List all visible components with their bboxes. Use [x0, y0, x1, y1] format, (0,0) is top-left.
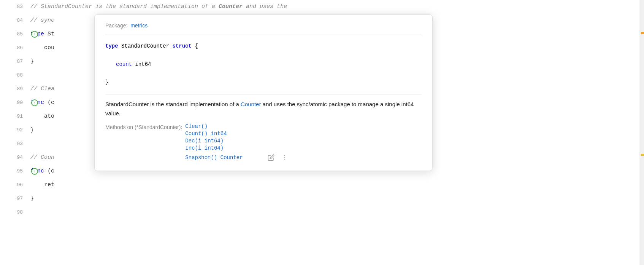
more-icon [281, 154, 288, 161]
svg-point-1 [284, 157, 285, 158]
line-content-94: // Coun [30, 151, 54, 164]
popup-code-line-2: count int64 [105, 60, 422, 69]
line-content-91: ato [30, 110, 54, 123]
popup-more-icon-btn[interactable] [279, 152, 290, 163]
gutter-arrow-95: ↑ [34, 170, 36, 173]
scrollbar-marker-2 [641, 154, 644, 156]
popup-method-clear[interactable]: Clear() [185, 123, 290, 129]
line-number-85: 85 [0, 27, 30, 41]
line-content-83: // StandardCounter is the standard imple… [30, 0, 287, 14]
popup-package-line: Package: metrics [105, 22, 422, 29]
line-number-84: 84 [0, 14, 30, 27]
gutter-icon-85[interactable]: ↑ [31, 31, 38, 38]
popup-divider-2 [105, 94, 422, 94]
line-number-94: 94 [0, 151, 30, 164]
scrollbar-marker-1 [641, 32, 644, 34]
popup-counter-link[interactable]: Counter [241, 101, 261, 107]
code-line-83: 83 // StandardCounter is the standard im… [0, 0, 644, 14]
popup-brace-open: { [195, 43, 198, 49]
popup-keyword-struct: struct [172, 43, 191, 49]
documentation-popup: Package: metrics type StandardCounter st… [94, 14, 433, 171]
popup-methods-list: Clear() Count() int64 Dec(i int64) Inc(i… [185, 123, 290, 163]
popup-description: StandardCounter is the standard implemen… [105, 100, 422, 118]
scrollbar-track[interactable] [639, 0, 644, 265]
gutter-arrow-85: ↑ [34, 33, 36, 36]
popup-divider-1 [105, 35, 422, 35]
line-number-95: 95 [0, 164, 30, 178]
popup-code-line-3: } [105, 78, 422, 87]
line-number-98: 98 [0, 206, 30, 219]
gutter-icon-90[interactable]: ↑ [31, 99, 38, 106]
line-content-89: // Clea [30, 82, 54, 96]
line-number-86: 86 [0, 41, 30, 55]
line-number-97: 97 [0, 192, 30, 206]
line-content-87: } [30, 55, 34, 69]
code-line-98: 98 [0, 206, 644, 219]
popup-method-count[interactable]: Count() int64 [185, 131, 290, 137]
line-number-90: 90 [0, 96, 30, 110]
popup-keyword-type: type [105, 43, 118, 49]
line-content-96: ret [30, 178, 54, 192]
popup-package-link[interactable]: metrics [130, 22, 148, 29]
popup-method-snapshot-return: Counter [220, 155, 243, 161]
line-number-83: 83 [0, 0, 30, 14]
popup-type-name: StandardCounter [121, 43, 172, 49]
popup-code-block: type StandardCounter struct { count int6… [105, 40, 422, 89]
popup-method-snapshot-link[interactable]: Snapshot() [185, 155, 220, 161]
line-number-93: 93 [0, 137, 30, 151]
popup-package-label: Package: [105, 22, 127, 29]
line-number-96: 96 [0, 178, 30, 192]
svg-point-2 [284, 159, 285, 160]
line-content-86: cou [30, 41, 54, 55]
popup-edit-icon-btn[interactable] [266, 152, 276, 163]
popup-method-count-return: int64 [211, 131, 227, 137]
code-line-96: 96 ret [0, 178, 644, 192]
code-line-97: 97 } [0, 192, 644, 206]
popup-method-dec[interactable]: Dec(i int64) [185, 138, 290, 144]
line-number-88: 88 [0, 69, 30, 82]
line-content-92: } [30, 123, 34, 137]
gutter-icon-95[interactable]: ↑ [31, 168, 38, 175]
line-number-87: 87 [0, 55, 30, 69]
popup-method-count-link[interactable]: Count() [185, 131, 211, 137]
popup-method-inc-link[interactable]: Inc(i int64) [185, 145, 224, 151]
popup-method-dec-link[interactable]: Dec(i int64) [185, 138, 224, 144]
gutter-arrow-90: ↑ [34, 101, 36, 105]
popup-methods-label: Methods on (*StandardCounter): [105, 123, 182, 130]
popup-code-line-1: type StandardCounter struct { [105, 42, 422, 51]
svg-point-0 [284, 155, 285, 156]
popup-field-name: count [116, 61, 132, 67]
popup-method-inc[interactable]: Inc(i int64) [185, 145, 290, 151]
line-content-97: } [30, 192, 34, 206]
popup-method-snapshot[interactable]: Snapshot() Counter [185, 152, 290, 163]
line-number-92: 92 [0, 123, 30, 137]
line-number-91: 91 [0, 110, 30, 123]
edit-icon [268, 154, 274, 161]
popup-field-type: int64 [135, 61, 151, 67]
popup-method-clear-link[interactable]: Clear() [185, 123, 208, 129]
line-number-89: 89 [0, 82, 30, 96]
line-content-84: // sync [30, 14, 54, 27]
popup-methods-section: Methods on (*StandardCounter): Clear() C… [105, 123, 422, 163]
